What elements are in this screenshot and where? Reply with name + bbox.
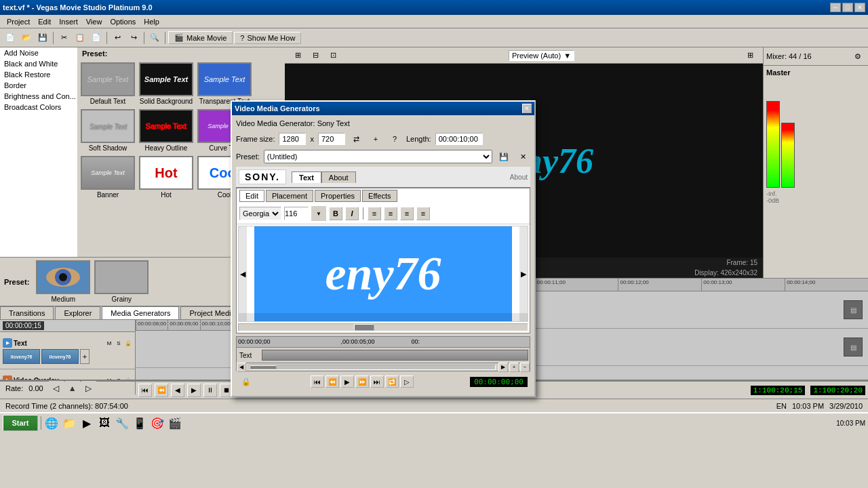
frame-size-label: Frame size:	[236, 135, 275, 143]
font-size-dropdown-btn[interactable]: ▼	[311, 206, 326, 221]
modal-ruler-time1: 00:00:00;00	[237, 337, 272, 347]
text-preview-container: eny76 ◀ ▶	[238, 226, 528, 322]
modal-playback-left: 🔒	[239, 374, 254, 389]
scroll-right-btn[interactable]: ▶	[519, 226, 528, 321]
modal-scroll-thumb[interactable]	[250, 365, 277, 369]
modal-btn-prev[interactable]: ⏮	[311, 375, 324, 388]
modal-scroll-right[interactable]: ▶	[498, 363, 508, 372]
delete-preset-btn[interactable]: ✕	[515, 149, 530, 164]
modal-btn-play[interactable]: ▶	[340, 375, 354, 388]
modal-title: Video Media Generators	[235, 104, 320, 113]
frame-width-input[interactable]	[279, 133, 306, 145]
modal-tab-text[interactable]: Text	[292, 171, 321, 183]
edit-toolbar: Georgia ▼ B I ≡ ≡ ≡ ≡	[237, 203, 530, 224]
modal-timeline-btns: ◀	[237, 363, 246, 372]
modal-overlay: Video Media Generators ✕ Video Media Gen…	[0, 0, 868, 488]
modal-track-label: Text	[237, 352, 260, 359]
text-preview-content: eny76	[325, 247, 441, 301]
modal-track-clip[interactable]	[262, 350, 528, 361]
match-output-btn[interactable]: +	[368, 131, 383, 146]
modal-frame-row: Frame size: x ⇄ + ? Length:	[236, 131, 530, 146]
modal-preset-row: Preset: (Untitled) 💾 ✕	[236, 149, 530, 164]
modal-title-bar: Video Media Generators ✕	[232, 102, 534, 115]
length-input[interactable]	[435, 133, 483, 145]
sub-tab-placement[interactable]: Placement	[266, 190, 313, 202]
modal-time-display: 00:00:00;00	[470, 377, 528, 387]
modal-collapse-btn[interactable]: −	[520, 363, 530, 372]
font-select[interactable]: Georgia	[239, 207, 281, 220]
modal-ruler-time2: ,00:00:05;00	[340, 337, 376, 347]
bold-btn[interactable]: B	[329, 207, 342, 220]
preset-label: Preset:	[236, 152, 260, 161]
modal-subtitle: Video Media Generator: Sony Text	[236, 119, 530, 127]
frame-height-input[interactable]	[318, 133, 345, 145]
modal-playback-section: 🔒 ⏮ ⏪ ▶ ⏩ ⏭ 🔁 ▷ 00:00:00;00	[236, 371, 530, 392]
modal-btn-stepback[interactable]: ⏪	[326, 375, 339, 388]
align-left-btn[interactable]: ≡	[368, 207, 381, 220]
modal-btn-loop[interactable]: 🔁	[385, 375, 399, 388]
sub-tabs: Edit Placement Properties Effects	[237, 188, 530, 203]
sub-tab-effects[interactable]: Effects	[362, 190, 397, 202]
font-size-input[interactable]	[284, 207, 309, 220]
modal-close-btn[interactable]: ✕	[522, 104, 532, 113]
modal-btn-stepfwd[interactable]: ⏩	[355, 375, 369, 388]
modal-body: Video Media Generator: Sony Text Frame s…	[232, 115, 534, 396]
about-label: About	[510, 174, 528, 181]
save-preset-btn[interactable]: 💾	[496, 149, 511, 164]
modal-timeline-scrollbar[interactable]	[249, 365, 496, 370]
modal-btn-playfrom[interactable]: ▷	[400, 375, 414, 388]
modal-tab-bar: SONY. Text About About	[236, 167, 530, 188]
sony-logo: SONY.	[239, 169, 286, 184]
format-sep	[363, 207, 363, 220]
modal-playback-controls: ⏮ ⏪ ▶ ⏩ ⏭ 🔁 ▷	[311, 375, 414, 388]
scroll-left-btn[interactable]: ◀	[239, 226, 247, 321]
modal-lock-btn[interactable]: 🔒	[239, 374, 254, 389]
scroll-bottom	[239, 313, 528, 321]
preset-dropdown[interactable]: (Untitled)	[264, 150, 492, 163]
modal-timeline-right-btns: ▶ + −	[498, 363, 530, 372]
x-label: x	[310, 135, 314, 143]
modal-content-area: Edit Placement Properties Effects Georgi…	[236, 188, 530, 333]
frame-help-btn[interactable]: ?	[387, 131, 402, 146]
modal-timeline-section: 00:00:00;00 ,00:00:05;00 00: Text ◀	[236, 336, 530, 371]
swap-dimensions-btn[interactable]: ⇄	[349, 131, 364, 146]
align-justify-btn[interactable]: ≡	[416, 207, 430, 220]
sub-tab-edit[interactable]: Edit	[239, 190, 264, 202]
modal-scroll-left[interactable]: ◀	[237, 363, 246, 372]
modal-track-row: Text	[237, 348, 530, 363]
modal-expand-btn[interactable]: +	[509, 363, 519, 372]
modal-timeline-ruler: 00:00:00;00 ,00:00:05;00 00:	[237, 337, 530, 348]
modal-ruler-time3: 00:	[410, 337, 422, 347]
modal-btn-end[interactable]: ⏭	[370, 375, 384, 388]
align-right-btn[interactable]: ≡	[400, 207, 414, 220]
align-center-btn[interactable]: ≡	[384, 207, 397, 220]
text-preview-area[interactable]: eny76	[254, 226, 512, 321]
h-scrollbar[interactable]	[238, 323, 528, 331]
modal-tab-about[interactable]: About	[321, 171, 356, 183]
modal-video-media-generators: Video Media Generators ✕ Video Media Gen…	[231, 100, 536, 397]
italic-btn[interactable]: I	[345, 207, 359, 220]
h-scroll-thumb[interactable]	[354, 324, 374, 331]
modal-timeline-controls: ◀ ▶ + −	[237, 363, 530, 371]
sub-tab-properties[interactable]: Properties	[315, 190, 361, 202]
length-label: Length:	[406, 135, 431, 143]
